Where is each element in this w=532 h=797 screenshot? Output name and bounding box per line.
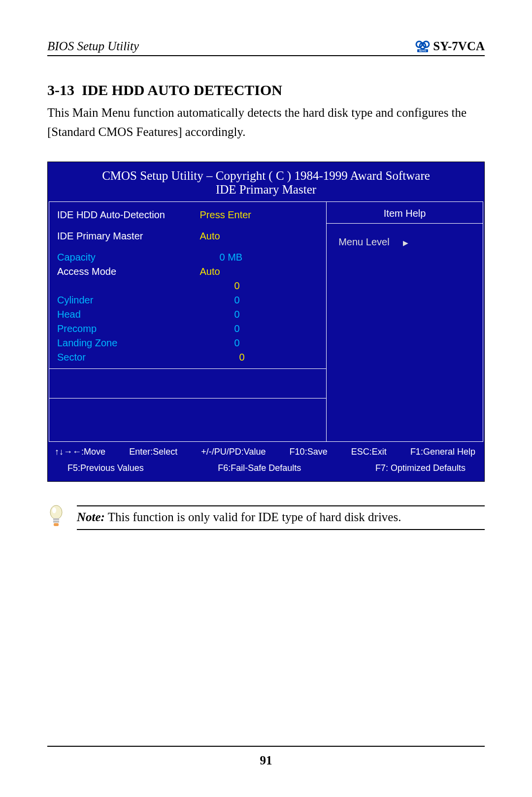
hint-esc: ESC:Exit [351,447,387,457]
note-text-wrap: Note: This function is only valid for ID… [77,505,485,530]
svg-point-6 [52,507,56,513]
lightbulb-icon [47,504,65,531]
left-divider-1 [49,368,326,398]
hint-enter: Enter:Select [129,447,177,457]
label-capacity: Capacity [57,252,200,263]
hint-f7: F7: Optimized Defaults [375,463,466,473]
hint-move: ↑↓→←:Move [55,447,105,457]
section-body: This Main Menu function automatically de… [47,103,485,142]
bios-title-line2: IDE Primary Master [53,183,479,197]
value-precomp: 0 [200,323,322,334]
row-primary-master[interactable]: IDE Primary Master Auto [57,229,321,243]
menu-level-label: Menu Level [338,236,389,247]
row-head: Head 0 [57,307,321,322]
bios-right-panel: Item Help Menu Level ▶ [327,202,483,441]
hint-f6: F6:Fail-Safe Defaults [218,463,301,473]
row-sector: Sector 0 [57,350,321,365]
svg-rect-8 [53,521,59,523]
value-access: Auto [200,266,322,277]
bios-left-panel: IDE HDD Auto-Detection Press Enter IDE P… [49,202,327,441]
row-autodetect[interactable]: IDE HDD Auto-Detection Press Enter [57,208,321,222]
item-help-title: Item Help [332,208,478,222]
header-title-right: SOYO SY-7VCA [415,39,485,53]
row-blank: 0 [57,279,321,293]
value-cylinder: 0 [200,295,322,306]
row-landing: Landing Zone 0 [57,336,321,350]
label-precomp: Precomp [57,323,200,334]
value-head: 0 [200,309,322,320]
value-primary: Auto [200,231,322,242]
label-autodetect: IDE HDD Auto-Detection [57,209,200,221]
page-footer: 91 [47,746,485,767]
section-heading: 3-13 IDE HDD AUTO DETECTION [47,82,485,99]
page-number: 91 [47,754,485,767]
hint-pupd: +/-/PU/PD:Value [201,447,266,457]
note-label: Note: [77,510,105,524]
value-landing: 0 [200,337,322,349]
page-header: BIOS Setup Utility SOYO SY-7VCA [47,39,485,56]
bios-footer-row2: F5:Previous Values F6:Fail-Safe Defaults… [48,460,484,481]
value-capacity: 0 MB [200,252,322,263]
value-sector: 0 [200,352,322,363]
row-capacity: Capacity 0 MB [57,250,321,265]
value-autodetect: Press Enter [200,209,322,221]
svg-text:SOYO: SOYO [419,49,427,52]
bios-screenshot: CMOS Setup Utility – Copyright ( C ) 198… [47,162,485,482]
label-access: Access Mode [57,266,200,277]
label-landing: Landing Zone [57,337,200,349]
label-sector: Sector [57,352,200,363]
menu-level-row: Menu Level ▶ [332,236,478,248]
model-label: SY-7VCA [433,39,485,53]
row-access-mode[interactable]: Access Mode Auto [57,265,321,279]
bios-body: IDE HDD Auto-Detection Press Enter IDE P… [49,201,483,442]
row-precomp: Precomp 0 [57,322,321,336]
label-primary: IDE Primary Master [57,231,200,242]
section-title-text: IDE HDD AUTO DETECTION [82,82,282,98]
bios-footer-row1: ↑↓→←:Move Enter:Select +/-/PU/PD:Value F… [48,442,484,460]
note-text: Note: This function is only valid for ID… [77,510,485,524]
svg-rect-7 [53,518,59,520]
footer-rule [47,746,485,747]
right-divider [327,223,483,224]
value-blank: 0 [200,280,322,292]
hint-f1: F1:General Help [410,447,475,457]
menu-level-arrow-icon: ▶ [403,239,408,247]
hint-f10: F10:Save [290,447,328,457]
hint-f5: F5:Previous Values [67,463,144,473]
header-title-left: BIOS Setup Utility [47,39,139,53]
document-page: BIOS Setup Utility SOYO SY-7VCA 3-13 IDE… [0,0,532,797]
label-head: Head [57,309,200,320]
svg-point-5 [50,505,62,519]
left-divider-2 [49,398,326,437]
svg-rect-9 [54,523,59,526]
soyo-logo-icon: SOYO [415,40,430,53]
bios-title: CMOS Setup Utility – Copyright ( C ) 198… [48,162,484,201]
note-block: Note: This function is only valid for ID… [47,504,485,531]
note-body: This function is only valid for IDE type… [105,510,401,524]
label-cylinder: Cylinder [57,295,200,306]
bios-title-line1: CMOS Setup Utility – Copyright ( C ) 198… [53,169,479,183]
section-number: 3-13 [47,82,74,98]
row-cylinder: Cylinder 0 [57,293,321,307]
